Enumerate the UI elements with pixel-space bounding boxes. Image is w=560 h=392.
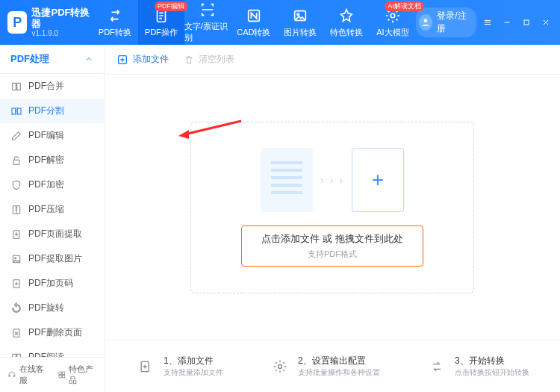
- shield-icon: [10, 179, 22, 191]
- edit-icon: [10, 130, 22, 142]
- login-button[interactable]: 登录/注册: [416, 7, 476, 37]
- sidebar-featured[interactable]: 特色产品: [57, 364, 97, 386]
- trash-icon: [184, 55, 194, 65]
- svg-rect-7: [13, 83, 16, 90]
- top-nav-image[interactable]: 图片转换: [277, 0, 323, 45]
- sidebar-item-edit[interactable]: PDF编辑: [0, 123, 104, 148]
- dropzone-callout: 点击添加文件 或 拖拽文件到此处 支持PDF格式: [241, 225, 423, 267]
- minimize-button[interactable]: [499, 13, 515, 31]
- top-nav-pdf-convert[interactable]: PDF转换: [92, 0, 138, 45]
- sidebar: PDF处理 PDF合并 PDF分割 PDF编辑 PDF解密 PDF加密: [0, 45, 105, 392]
- sidebar-section-toggle[interactable]: PDF处理: [0, 45, 104, 74]
- top-nav-special[interactable]: 特色转换: [323, 0, 370, 45]
- sidebar-support[interactable]: 在线客服: [7, 364, 47, 386]
- sidebar-footer-label: 特色产品: [69, 364, 96, 386]
- close-button[interactable]: [538, 13, 554, 31]
- add-doc-icon: +: [352, 148, 404, 212]
- delete-page-icon: [10, 327, 22, 339]
- gear-icon: [270, 356, 290, 377]
- app-title: 迅捷PDF转换器: [31, 7, 91, 29]
- sidebar-item-label: PDF压缩: [28, 203, 64, 216]
- svg-rect-10: [17, 108, 21, 114]
- sidebar-item-label: PDF页面提取: [28, 228, 82, 240]
- sidebar-item-add-pageno[interactable]: PDF加页码: [0, 271, 104, 296]
- sidebar-item-compress[interactable]: PDF压缩: [0, 197, 104, 222]
- svg-rect-19: [62, 372, 64, 374]
- brand: P 迅捷PDF转换器 v1.1.9.0: [0, 7, 92, 37]
- plus-icon: [116, 54, 128, 66]
- sidebar-item-label: PDF提取图片: [28, 252, 82, 265]
- compress-icon: [10, 204, 22, 216]
- steps-bar: 1、添加文件 支持批量添加文件 2、设置输出配置 支持批量操作和各种设置 3: [105, 340, 560, 392]
- sidebar-item-delete-page[interactable]: PDF删除页面: [0, 320, 104, 345]
- arrow-dots-icon: › › ›: [320, 174, 344, 186]
- sidebar-item-merge[interactable]: PDF合并: [0, 74, 104, 99]
- sidebar-item-split[interactable]: PDF分割: [0, 99, 104, 123]
- headset-icon: [7, 370, 16, 380]
- svg-point-15: [15, 257, 16, 258]
- svg-point-5: [424, 19, 428, 22]
- step-title: 2、设置输出配置: [298, 355, 380, 367]
- sidebar-item-reader[interactable]: PDF阅读: [0, 345, 104, 357]
- svg-rect-20: [58, 375, 60, 377]
- image-icon: [292, 7, 308, 24]
- sidebar-item-label: PDF阅读: [28, 351, 64, 357]
- maximize-button[interactable]: [518, 13, 535, 31]
- sidebar-item-label: PDF加密: [28, 178, 64, 191]
- rotate-icon: [10, 302, 22, 314]
- sidebar-item-decrypt[interactable]: PDF解密: [0, 148, 104, 172]
- clear-list-label: 清空列表: [199, 53, 234, 66]
- svg-rect-6: [524, 20, 529, 25]
- star-icon: [338, 7, 355, 24]
- cad-icon: [246, 7, 262, 24]
- dropzone[interactable]: › › › + 点击添加文件 或 拖拽文件到此处 支持PDF格式: [190, 122, 474, 293]
- chevron-up-icon: [84, 55, 93, 63]
- top-nav-badge: AI解读文档: [385, 1, 424, 11]
- step-title: 3、开始转换: [455, 355, 529, 367]
- sidebar-item-extract-page[interactable]: PDF页面提取: [0, 222, 104, 246]
- svg-point-24: [279, 364, 282, 368]
- doc-icon: [261, 148, 313, 212]
- sidebar-item-rotate[interactable]: PDF旋转: [0, 296, 104, 320]
- top-nav-cad[interactable]: CAD转换: [231, 0, 277, 45]
- dropzone-illustration: › › › +: [261, 148, 404, 212]
- svg-rect-9: [12, 108, 16, 114]
- step-subtitle: 支持批量添加文件: [164, 367, 223, 377]
- unlock-icon: [10, 155, 22, 167]
- app-version: v1.1.9.0: [31, 29, 91, 37]
- top-nav-label: CAD转换: [237, 27, 270, 38]
- top-nav-ai[interactable]: AI解读文档 AI大模型: [370, 0, 416, 45]
- page-extract-icon: [10, 228, 22, 240]
- step-2: 2、设置输出配置 支持批量操作和各种设置: [270, 355, 380, 377]
- menu-button[interactable]: [479, 13, 496, 31]
- titlebar: P 迅捷PDF转换器 v1.1.9.0 PDF转换 PDF编辑 PDF操作 文字…: [0, 0, 560, 45]
- top-nav-label: 图片转换: [284, 27, 317, 38]
- merge-icon: [10, 81, 22, 93]
- sidebar-section-label: PDF处理: [10, 52, 49, 66]
- step-3: 3、开始转换 点击转换按钮开始转换: [426, 355, 529, 377]
- add-file-button[interactable]: 添加文件: [116, 53, 169, 66]
- svg-point-3: [297, 13, 299, 15]
- top-nav-label: 特色转换: [330, 27, 363, 38]
- image-extract-icon: [10, 253, 22, 265]
- top-nav-label: PDF转换: [99, 27, 131, 38]
- sidebar-footer-label: 在线客服: [19, 364, 47, 386]
- sidebar-item-encrypt[interactable]: PDF加密: [0, 172, 104, 197]
- svg-rect-11: [13, 160, 19, 164]
- step-subtitle: 支持批量操作和各种设置: [298, 367, 380, 377]
- add-file-label: 添加文件: [133, 53, 169, 66]
- main: 添加文件 清空列表 › › › + 点击添加文件 或 拖拽文件到此处 支持PDF…: [105, 45, 560, 392]
- top-nav-label: 文字/票证识别: [184, 21, 231, 43]
- sidebar-item-label: PDF合并: [28, 80, 64, 93]
- top-nav-label: PDF操作: [145, 27, 178, 38]
- toolbar: 添加文件 清空列表: [105, 45, 560, 75]
- top-nav-badge: PDF编辑: [155, 1, 187, 11]
- top-nav-pdf-operate[interactable]: PDF编辑 PDF操作: [138, 0, 184, 45]
- clear-list-button[interactable]: 清空列表: [184, 53, 234, 66]
- svg-rect-8: [17, 83, 21, 90]
- convert-icon: [426, 356, 447, 377]
- sidebar-item-extract-image[interactable]: PDF提取图片: [0, 246, 104, 271]
- top-nav-ocr[interactable]: 文字/票证识别: [184, 0, 231, 45]
- svg-rect-18: [58, 372, 60, 374]
- step-subtitle: 点击转换按钮开始转换: [455, 367, 529, 377]
